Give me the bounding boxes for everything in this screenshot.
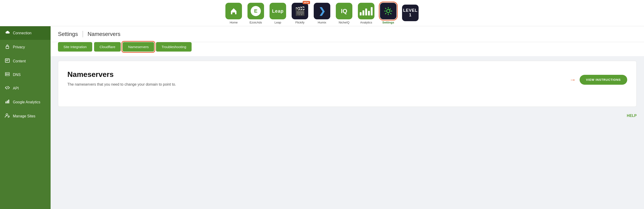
svg-rect-9: [6, 102, 6, 103]
main-layout: Connection Privacy Content: [0, 26, 644, 209]
svg-point-0: [387, 10, 390, 13]
help-row: HELP: [50, 111, 644, 120]
level1-icon: LEVEL 1: [402, 5, 418, 21]
nav-label-leap: Leap: [274, 21, 281, 24]
tab-site-integration[interactable]: Site Integration: [58, 42, 92, 52]
main-card: Nameservers The nameservers that you nee…: [58, 61, 637, 107]
google-analytics-icon: [4, 99, 10, 105]
nav-label-home: Home: [230, 21, 238, 24]
nav-label-flickify: Flickify: [295, 21, 304, 24]
nav-item-analytics[interactable]: Analytics: [358, 3, 374, 24]
svg-point-7: [6, 73, 6, 73]
nav-label-nicheiq: NicheIQ: [339, 21, 350, 24]
sidebar-label-connection: Connection: [13, 31, 32, 35]
nav-label-analytics: Analytics: [360, 21, 372, 24]
nav-item-nicheiq[interactable]: IQ NicheIQ: [336, 3, 352, 24]
svg-rect-10: [7, 101, 8, 103]
sidebar-label-content: Content: [13, 59, 26, 63]
card-content: Nameservers The nameservers that you nee…: [68, 70, 570, 87]
settings-header: Settings Nameservers: [50, 26, 644, 42]
sidebar-item-privacy[interactable]: Privacy: [0, 40, 50, 54]
sidebar-label-dns: DNS: [13, 73, 21, 77]
card-title: Nameservers: [68, 70, 570, 79]
tab-cloudflare[interactable]: Cloudflare: [94, 42, 121, 52]
svg-rect-3: [6, 60, 9, 60]
new-badge: NEW: [303, 1, 310, 4]
content-area: Settings Nameservers Site Integration Cl…: [50, 26, 644, 209]
sidebar-label-manage-sites: Manage Sites: [13, 114, 36, 118]
nav-label-humix: Humix: [318, 21, 326, 24]
nav-label-ezoicads: EzoicAds: [250, 21, 262, 24]
svg-rect-11: [8, 100, 9, 103]
nav-item-home[interactable]: Home: [226, 3, 242, 24]
nicheiq-icon: IQ: [336, 3, 352, 19]
svg-point-12: [6, 114, 8, 116]
tab-nameservers[interactable]: Nameservers: [122, 42, 154, 52]
cloud-icon: [4, 30, 10, 36]
tab-troubleshooting[interactable]: Troubleshooting: [156, 42, 192, 52]
svg-rect-1: [6, 46, 9, 49]
nav-item-level1[interactable]: LEVEL 1: [402, 5, 418, 23]
nav-item-flickify[interactable]: 🎬 NEW Flickify: [292, 3, 308, 24]
content-icon: [4, 59, 10, 64]
sidebar: Connection Privacy Content: [0, 26, 50, 209]
sidebar-item-content[interactable]: Content: [0, 54, 50, 68]
tab-bar: Site Integration Cloudflare Nameservers …: [50, 42, 644, 56]
api-icon: [4, 86, 10, 91]
sidebar-label-privacy: Privacy: [13, 45, 25, 49]
help-link[interactable]: HELP: [627, 114, 637, 118]
sidebar-item-google-analytics[interactable]: Google Analytics: [0, 95, 50, 109]
flickify-icon: 🎬 NEW: [292, 3, 308, 19]
home-icon: [226, 3, 242, 19]
view-instructions-button[interactable]: VIEW INSTRUCTIONS: [580, 75, 627, 85]
sidebar-item-manage-sites[interactable]: Manage Sites: [0, 109, 50, 123]
leap-icon: Leap: [270, 3, 286, 19]
card-description: The nameservers that you need to change …: [68, 82, 570, 87]
nav-item-humix[interactable]: ❯ Humix: [314, 3, 330, 24]
settings-title: Settings: [58, 31, 83, 37]
svg-point-8: [6, 75, 6, 75]
dns-icon: [4, 72, 10, 77]
sidebar-label-google-analytics: Google Analytics: [13, 100, 40, 104]
top-nav: Home E EzoicAds Leap Leap 🎬 NEW Flickify…: [0, 0, 644, 26]
humix-icon: ❯: [314, 3, 330, 19]
nav-label-settings: Settings: [382, 21, 394, 24]
lock-icon: [4, 44, 10, 50]
nav-item-ezoicads[interactable]: E EzoicAds: [248, 3, 264, 24]
manage-sites-icon: [4, 113, 10, 119]
sidebar-item-connection[interactable]: Connection: [0, 26, 50, 40]
svg-rect-4: [6, 61, 8, 61]
ezoicads-icon: E: [248, 3, 264, 19]
settings-icon: [380, 3, 396, 19]
nav-item-leap[interactable]: Leap Leap: [270, 3, 286, 24]
sidebar-item-dns[interactable]: DNS: [0, 68, 50, 82]
sidebar-item-api[interactable]: API: [0, 82, 50, 95]
sidebar-label-api: API: [13, 86, 19, 90]
nav-item-settings[interactable]: Settings: [380, 3, 396, 24]
analytics-icon: [358, 3, 374, 19]
arrow-right-icon: →: [570, 76, 576, 84]
nameservers-header-title: Nameservers: [83, 31, 120, 37]
card-action: → VIEW INSTRUCTIONS: [570, 70, 627, 85]
